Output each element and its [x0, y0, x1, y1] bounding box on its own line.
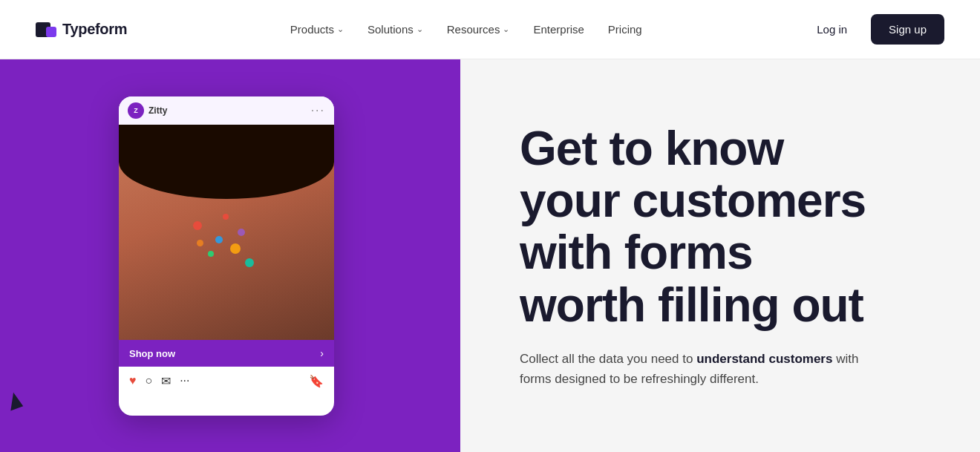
- gem-red: [193, 221, 202, 230]
- products-chevron-icon: ⌄: [337, 24, 344, 34]
- navbar-nav: Products ⌄ Solutions ⌄ Resources ⌄ Enter…: [290, 23, 642, 36]
- comment-icon: ○: [146, 374, 153, 388]
- dots-icon: ···: [180, 374, 189, 388]
- hero-left: Z Zitty ··· Shop now: [0, 59, 460, 452]
- social-icons: ♥ ○ ✉ ···: [129, 374, 190, 388]
- enterprise-label: Enterprise: [533, 23, 584, 36]
- share-icon: ✉: [161, 374, 171, 388]
- nav-item-resources[interactable]: Resources ⌄: [447, 23, 510, 36]
- nav-item-enterprise[interactable]: Enterprise: [533, 23, 584, 36]
- pricing-label: Pricing: [608, 23, 642, 36]
- gem-green: [208, 251, 214, 257]
- bookmark-icon: 🔖: [309, 374, 324, 388]
- face-hair: [119, 125, 334, 199]
- gem-purple: [238, 229, 245, 236]
- shop-arrow-icon: ›: [320, 347, 324, 359]
- phone-action-bar: Shop now ›: [119, 340, 334, 367]
- subtext-bold: understand customers: [696, 352, 832, 366]
- phone-brand: Z Zitty: [128, 102, 167, 119]
- heading-line4: worth filling out: [520, 278, 863, 332]
- cursor-overlay: [7, 393, 37, 422]
- resources-label: Resources: [447, 23, 500, 36]
- heart-icon: ♥: [129, 374, 137, 388]
- gem-orange: [230, 243, 241, 254]
- phone-social-bar: ♥ ○ ✉ ··· 🔖: [119, 367, 334, 396]
- resources-chevron-icon: ⌄: [503, 24, 509, 34]
- navbar-left: Typeform: [36, 21, 127, 38]
- phone-image-area: [119, 125, 334, 340]
- logo-purple-square: [46, 27, 56, 37]
- nav-item-pricing[interactable]: Pricing: [608, 23, 642, 36]
- nav-item-solutions[interactable]: Solutions ⌄: [368, 23, 423, 36]
- gem-orange2: [197, 240, 203, 246]
- phone-top-bar: Z Zitty ···: [119, 96, 334, 125]
- phone-mockup: Z Zitty ··· Shop now: [119, 96, 334, 416]
- phone-menu-dots: ···: [311, 104, 325, 117]
- navbar-right: Log in Sign up: [805, 14, 944, 45]
- phone-brand-name: Zitty: [148, 105, 167, 116]
- solutions-chevron-icon: ⌄: [416, 24, 423, 34]
- solutions-label: Solutions: [368, 23, 414, 36]
- hero-subtext: Collect all the data you need to underst…: [520, 349, 876, 389]
- logo-icon: [36, 22, 56, 37]
- heading-line3: with forms: [520, 226, 753, 279]
- signup-button[interactable]: Sign up: [871, 14, 944, 45]
- gem-red2: [223, 214, 229, 220]
- brand-name: Typeform: [62, 21, 127, 38]
- cursor-pointer-icon: [5, 391, 23, 411]
- gem-blue: [215, 236, 223, 243]
- subtext-prefix: Collect all the data you need to: [520, 352, 696, 366]
- shop-now-label: Shop now: [129, 348, 175, 359]
- hero-section: Z Zitty ··· Shop now: [0, 59, 980, 452]
- login-button[interactable]: Log in: [805, 17, 859, 42]
- hero-right: Get to know your customers with forms wo…: [460, 59, 980, 452]
- products-label: Products: [290, 23, 334, 36]
- hero-heading: Get to know your customers with forms wo…: [520, 122, 921, 332]
- navbar: Typeform Products ⌄ Solutions ⌄ Resource…: [0, 0, 980, 59]
- nav-item-products[interactable]: Products ⌄: [290, 23, 344, 36]
- phone-brand-icon: Z: [128, 102, 144, 119]
- gem-teal: [245, 258, 254, 267]
- heading-line2: your customers: [520, 174, 866, 227]
- heading-line1: Get to know: [520, 122, 783, 175]
